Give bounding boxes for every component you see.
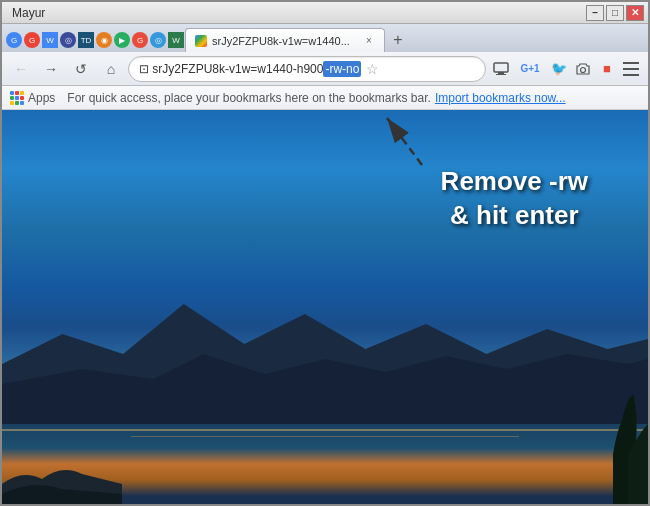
tab-favicon: [194, 34, 208, 48]
bookmark-star-icon[interactable]: ☆: [366, 61, 379, 77]
water-shimmer-2: [131, 436, 519, 437]
address-highlight: -rw-no: [323, 61, 361, 77]
tab-bar: G G W ◎ TD ◉ ▶ G ◎ W srJy2FZPU8k-v1w=w14…: [2, 24, 648, 52]
window-controls: – □ ✕: [586, 5, 644, 21]
reload-button[interactable]: ↺: [68, 56, 94, 82]
apps-dot: [10, 101, 14, 105]
svg-point-3: [581, 67, 586, 72]
tab-icon-5[interactable]: TD: [78, 32, 94, 48]
tab-icon-6[interactable]: ◉: [96, 32, 112, 48]
import-bookmarks-link[interactable]: Import bookmarks now...: [435, 91, 566, 105]
svg-rect-4: [623, 62, 639, 64]
close-button[interactable]: ✕: [626, 5, 644, 21]
maximize-button[interactable]: □: [606, 5, 624, 21]
svg-rect-2: [496, 74, 506, 75]
bookmarks-bar: Apps For quick access, place your bookma…: [2, 86, 648, 110]
svg-rect-1: [498, 72, 504, 74]
apps-label[interactable]: Apps: [28, 91, 55, 105]
tab-title: srJy2FZPU8k-v1w=w1440...: [212, 35, 358, 47]
red-icon[interactable]: ■: [596, 58, 618, 80]
foreground-rocks: [2, 454, 122, 504]
page-action-icon[interactable]: [490, 58, 512, 80]
tab-icon-1[interactable]: G: [6, 32, 22, 48]
google-plus-button[interactable]: G+1: [514, 58, 546, 80]
new-tab-button[interactable]: +: [386, 30, 410, 50]
bookmarks-info-text: For quick access, place your bookmarks h…: [67, 91, 431, 105]
favicon-img: [195, 35, 207, 47]
active-tab[interactable]: srJy2FZPU8k-v1w=w1440... ×: [185, 28, 385, 52]
twitter-icon[interactable]: 🐦: [548, 58, 570, 80]
apps-dot: [15, 91, 19, 95]
apps-dot: [20, 91, 24, 95]
apps-grid-icon: [10, 91, 24, 105]
tab-icon-4[interactable]: ◎: [60, 32, 76, 48]
tab-icon-8[interactable]: G: [132, 32, 148, 48]
tab-icon-7[interactable]: ▶: [114, 32, 130, 48]
back-button[interactable]: ←: [8, 56, 34, 82]
apps-dot: [15, 96, 19, 100]
svg-rect-0: [494, 63, 508, 72]
annotation-overlay: Remove -rw & hit enter: [441, 165, 588, 233]
toolbar-right-icons: G+1 🐦 ■: [490, 58, 642, 80]
menu-button[interactable]: [620, 58, 642, 80]
water-shimmer: [2, 429, 648, 431]
apps-dot: [10, 96, 14, 100]
address-prefix: ⊡ srJy2FZPU8k-v1w=w1440-h900: [139, 62, 323, 76]
minimize-button[interactable]: –: [586, 5, 604, 21]
svg-rect-6: [623, 74, 639, 76]
foreground-trees: [568, 384, 648, 504]
address-bar[interactable]: ⊡ srJy2FZPU8k-v1w=w1440-h900-rw-no ☆: [128, 56, 486, 82]
home-button[interactable]: ⌂: [98, 56, 124, 82]
navigation-toolbar: ← → ↺ ⌂ ⊡ srJy2FZPU8k-v1w=w1440-h900-rw-…: [2, 52, 648, 86]
window-title: Mayur: [6, 6, 586, 20]
browser-window: Mayur – □ ✕ G G W ◎ TD ◉ ▶ G ◎ W: [0, 0, 650, 506]
forward-button[interactable]: →: [38, 56, 64, 82]
tab-icon-3[interactable]: W: [42, 32, 58, 48]
camera-icon[interactable]: [572, 58, 594, 80]
tab-icon-9[interactable]: ◎: [150, 32, 166, 48]
annotation-line2: & hit enter: [441, 199, 588, 233]
tab-icon-10[interactable]: W: [168, 32, 184, 48]
monitor-icon: [492, 60, 510, 78]
annotation-line1: Remove -rw: [441, 165, 588, 199]
tab-close-button[interactable]: ×: [362, 34, 376, 48]
apps-dot: [20, 96, 24, 100]
svg-rect-5: [623, 68, 639, 70]
landscape-background: Remove -rw & hit enter: [2, 110, 648, 504]
main-content: Remove -rw & hit enter: [2, 110, 648, 504]
apps-dot: [20, 101, 24, 105]
svg-line-8: [387, 118, 422, 165]
title-bar: Mayur – □ ✕: [2, 2, 648, 24]
tab-icon-2[interactable]: G: [24, 32, 40, 48]
apps-dot: [15, 101, 19, 105]
mountain-silhouette: [2, 284, 648, 424]
apps-dot: [10, 91, 14, 95]
